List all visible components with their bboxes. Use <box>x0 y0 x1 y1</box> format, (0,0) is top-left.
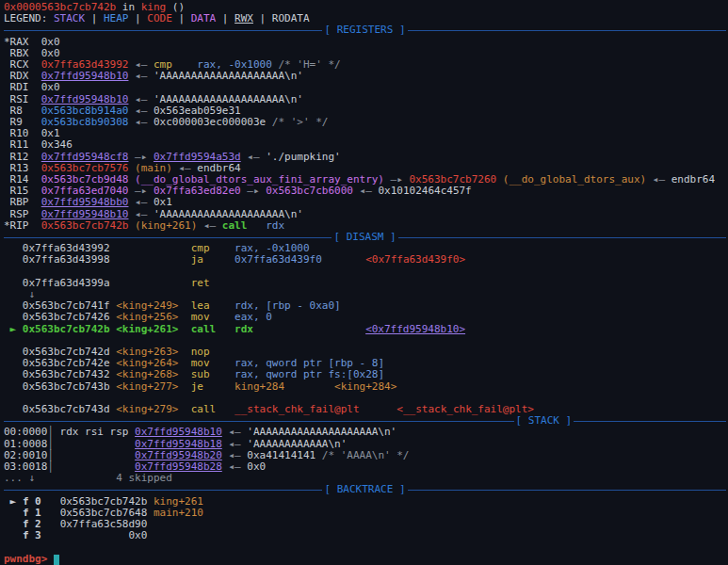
text-token <box>47 553 54 565</box>
register-row-r9: R9 0x563bc8b90308 ◂— 0xc000003ec000003e … <box>4 117 728 128</box>
text-token: /* 'AAAA\n' */ <box>315 449 409 461</box>
text-token: 'AAAAAAAAAAAAAAAAAAAA\n' <box>154 70 303 82</box>
prompt-line[interactable]: pwndbg> <box>4 554 728 565</box>
text-token <box>216 403 235 415</box>
text-token <box>284 380 334 393</box>
text-token: () <box>166 1 185 13</box>
text-token <box>4 507 23 519</box>
text-token: 'AAAAAAAAAAAA\n' <box>247 438 347 450</box>
text-token: rdx, [rbp - 0xa0] <box>235 299 341 312</box>
text-token: | <box>253 12 272 24</box>
text-token <box>54 449 135 461</box>
text-token: 01:0008 <box>4 438 47 450</box>
text-token: je <box>191 380 203 393</box>
text-token <box>253 323 365 335</box>
text-token: *RAX 0x0 <box>4 36 60 48</box>
text-token: —▸ <box>384 173 410 186</box>
text-token: RSI <box>4 93 41 105</box>
text-token <box>172 58 198 71</box>
header-rule <box>408 490 726 491</box>
backtrace-row: f 3 0x0 <box>4 530 728 541</box>
text-token: 0x0000563bc7cb742b <box>4 1 116 13</box>
section-label: [ STACK ] <box>514 415 574 427</box>
cursor[interactable] <box>54 555 59 565</box>
text-token: 0x7ffa63d43992 <box>41 58 129 71</box>
text-token: 0xc000003ec000003e <box>154 116 266 128</box>
text-token <box>322 253 365 266</box>
text-token: R9 <box>4 116 41 128</box>
text-token: 0x563bc7cb742e <box>4 357 116 369</box>
text-token: 0x563eab059e31 <box>154 105 241 117</box>
disasm-row: 0x563bc7cb743b <king+277> je king+284 <k… <box>4 381 728 393</box>
text-token: f 2 <box>23 518 41 530</box>
text-token: R8 <box>4 105 41 117</box>
text-token: CODE <box>147 12 172 24</box>
text-token: │ <box>47 460 54 473</box>
text-token: ... ↓ <box>4 472 35 484</box>
text-token: ◂— <box>128 116 154 128</box>
text-token <box>210 368 235 380</box>
text-token: ↓ <box>4 288 35 300</box>
text-token: 02:0010 <box>4 449 47 461</box>
text-token: 0x563bc7cb7576 <box>41 162 129 174</box>
text-token: rdx <box>266 219 284 232</box>
text-token: ret <box>191 277 210 289</box>
header-rule <box>4 490 322 491</box>
text-token: ◂— <box>128 196 154 208</box>
text-token: 0x563bc7cb7426 <box>4 311 116 323</box>
text-token: <__stack_chk_fail@plt> <box>396 403 534 415</box>
text-token: RDX <box>4 70 41 82</box>
text-token <box>147 495 154 508</box>
text-token: <king+263> <box>116 346 178 358</box>
text-token: call <box>222 219 248 232</box>
text-token: ◂— <box>128 58 154 71</box>
text-token <box>41 529 129 541</box>
text-token: R15 <box>4 185 41 197</box>
text-token: mov <box>191 357 210 369</box>
text-token: 0x563bc7cb7432 <box>4 368 116 380</box>
header-rule <box>4 421 514 422</box>
text-token: ► <box>4 495 23 508</box>
text-token: *RIP <box>4 219 41 232</box>
text-token: king+261 <box>154 495 203 508</box>
text-token: 0xa41414141 <box>247 449 315 461</box>
register-row-r10: R10 0x1 <box>4 128 728 139</box>
text-token: 0x10102464c457f <box>378 185 471 197</box>
text-token: 0x563bc7cb742d <box>4 346 116 358</box>
text-token <box>203 253 235 266</box>
text-token: ► 0x563bc7cb742b <king+261> call rdx <box>4 323 253 335</box>
text-token: DATA <box>191 12 217 24</box>
text-token: 0x563bc7cb741f <box>4 299 116 312</box>
text-token <box>203 380 235 393</box>
text-token <box>54 438 135 450</box>
disasm-row: 0x7ffa63d43998 ja 0x7ffa63d439f0 <0x7ffa… <box>4 254 728 266</box>
text-token: rdx rsi rsp <box>54 426 135 438</box>
text-token: in <box>116 1 141 13</box>
text-token: | <box>172 12 191 24</box>
text-token: cmp <box>191 242 210 254</box>
text-token: 0x7ffa63d43998 <box>4 253 191 266</box>
text-token <box>41 507 60 519</box>
text-token: ◂— <box>222 449 248 461</box>
text-token: king+284 <box>235 380 284 393</box>
text-token: f 1 <box>23 507 41 519</box>
text-token: R11 0x346 <box>4 138 73 151</box>
text-token: 0x7ffd95948cf8 <box>41 151 129 163</box>
section-header-registers: [ REGISTERS ] <box>4 24 728 36</box>
section-label: [ BACKTRACE ] <box>322 484 407 495</box>
text-token <box>178 368 190 380</box>
text-token: ◂— <box>128 208 154 220</box>
text-token <box>41 518 60 530</box>
text-token: rax, -0x1000 <box>197 58 271 71</box>
text-token: lea <box>191 299 210 312</box>
text-token: /* '>' */ <box>266 116 328 128</box>
text-token: 0x7ffd95948b28 <box>135 460 222 473</box>
text-token: RBP <box>4 196 41 208</box>
text-token: ◂— <box>222 438 248 450</box>
text-token: R10 0x1 <box>4 127 60 139</box>
text-token: 0x7ffa63ed82e0 <box>154 185 241 197</box>
text-token: ◂— <box>128 70 154 82</box>
text-token <box>210 242 235 254</box>
header-rule <box>574 421 726 422</box>
text-token: cmp <box>154 58 172 71</box>
